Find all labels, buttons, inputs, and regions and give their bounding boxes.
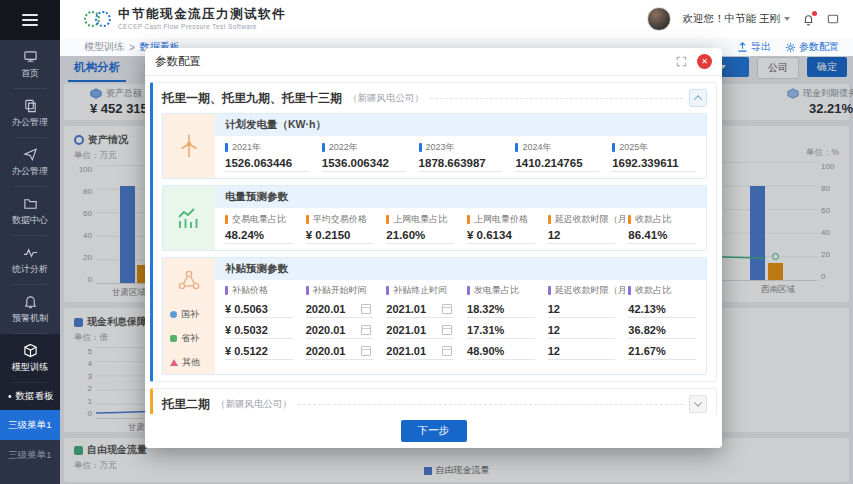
year-field: 2022年 1536.006342 xyxy=(322,141,406,172)
generation-ratio-field[interactable]: 18.32% xyxy=(467,299,535,318)
breadcrumb-separator: > xyxy=(129,42,135,53)
price-field[interactable]: ¥ 0.5032 xyxy=(225,320,293,339)
field-value[interactable]: 1536.006342 xyxy=(322,154,406,172)
sidebar-item-datacenter[interactable]: 数据中心 xyxy=(0,187,60,236)
subitem-label: 三级菜单1 xyxy=(8,449,51,462)
field-value[interactable]: 1410.214765 xyxy=(515,154,599,172)
field-value[interactable]: 12 xyxy=(548,226,616,244)
start-date-field[interactable]: 2020.01 xyxy=(306,299,374,318)
close-button[interactable]: ✕ xyxy=(697,54,712,69)
tick-icon xyxy=(467,215,470,224)
calendar-icon xyxy=(361,346,371,356)
field-label: 2025年 xyxy=(619,141,648,154)
delay-months-field[interactable]: 12 xyxy=(548,341,616,360)
notifications-button[interactable] xyxy=(802,13,815,26)
end-date-field[interactable]: 2021.01 xyxy=(386,299,454,318)
wind-turbine-icon xyxy=(176,133,202,159)
breadcrumb-parent[interactable]: 模型训练 xyxy=(84,40,124,54)
project-section-1: 托里一期、托里九期、托里十三期 （新疆风电公司） 计划发电量（KW·h） 202… xyxy=(150,82,717,382)
field-value[interactable]: 21.60% xyxy=(386,226,454,244)
field-label: 上网电量占比 xyxy=(393,213,447,226)
column-header: 收款占比 xyxy=(635,284,671,297)
price-field[interactable]: ¥ 0.5063 xyxy=(225,299,293,318)
tick-icon xyxy=(515,143,518,152)
tick-icon xyxy=(628,215,631,224)
project-section-2: 托里二期 （新疆风电公司） xyxy=(150,388,717,414)
section-company: （新疆风电公司） xyxy=(216,398,292,411)
price-field[interactable]: ¥ 0.5122 xyxy=(225,341,293,360)
sidebar-subitem-menu1-selected[interactable]: 三级菜单1 xyxy=(0,410,60,440)
field-value[interactable]: 1878.663987 xyxy=(419,154,503,172)
subsidy-row: ¥ 0.5063 2020.01 2021.01 18.32% 12 42.13… xyxy=(215,297,706,318)
avatar[interactable] xyxy=(647,7,671,31)
folder-icon xyxy=(23,196,38,211)
column-header: 补贴开始时间 xyxy=(313,284,367,297)
collapse-button[interactable] xyxy=(689,89,707,107)
end-date-field[interactable]: 2021.01 xyxy=(386,341,454,360)
generation-panel: 计划发电量（KW·h） 2021年 1526.063446 2022年 1536… xyxy=(162,113,707,179)
sidebar-item-office-2[interactable]: 办公管理 xyxy=(0,138,60,187)
export-label: 导出 xyxy=(751,40,771,54)
export-button[interactable]: 导出 xyxy=(737,40,771,54)
delay-months-field[interactable]: 12 xyxy=(548,320,616,339)
start-date-field[interactable]: 2020.01 xyxy=(306,320,374,339)
subsidy-forecast-title: 补贴预测参数 xyxy=(215,258,706,280)
tick-icon xyxy=(386,286,389,295)
tick-icon xyxy=(419,143,422,152)
start-date-field[interactable]: 2020.01 xyxy=(306,341,374,360)
sidebar-subitem-menu1[interactable]: 三级菜单1 xyxy=(0,440,60,470)
sidebar-item-warning[interactable]: 预警机制 xyxy=(0,285,60,334)
modal-footer: 下一步 xyxy=(145,414,722,448)
field-label: 延迟收款时限（月） xyxy=(555,213,636,226)
cube-icon xyxy=(23,343,38,358)
sidebar-item-home[interactable]: 首页 xyxy=(0,40,60,89)
user-menu[interactable]: 欢迎您！中节能 王刚 xyxy=(683,12,790,26)
delay-months-field[interactable]: 12 xyxy=(548,299,616,318)
sidebar-item-label: 模型训练 xyxy=(12,361,48,374)
alarm-icon xyxy=(23,294,38,309)
param-field: 延迟收款时限（月） 12 xyxy=(548,213,616,244)
field-value[interactable]: 1692.339611 xyxy=(612,154,696,172)
modal-body: 托里一期、托里九期、托里十三期 （新疆风电公司） 计划发电量（KW·h） 202… xyxy=(145,76,722,414)
tick-icon xyxy=(612,143,615,152)
tick-icon xyxy=(467,286,470,295)
collection-ratio-field[interactable]: 42.13% xyxy=(628,299,696,318)
param-field: 上网电量价格 ¥ 0.6134 xyxy=(467,213,535,244)
tick-icon xyxy=(306,286,309,295)
app-header: 中节能现金流压力测试软件 CECEP Cash Flow Pressure Te… xyxy=(60,0,853,39)
field-value[interactable]: ¥ 0.6134 xyxy=(467,226,535,244)
field-value[interactable]: ¥ 0.2150 xyxy=(306,226,374,244)
pulse-icon xyxy=(23,245,38,260)
generation-ratio-field[interactable]: 48.90% xyxy=(467,341,535,360)
sidebar-item-label: 数据中心 xyxy=(12,214,48,227)
app-title: 中节能现金流压力测试软件 xyxy=(118,8,286,22)
expand-section-button[interactable] xyxy=(689,395,707,413)
subsidy-row: ¥ 0.5032 2020.01 2021.01 17.31% 12 36.82… xyxy=(215,318,706,339)
end-date-field[interactable]: 2021.01 xyxy=(386,320,454,339)
fullscreen-button[interactable] xyxy=(676,56,687,67)
sidebar-item-label: 统计分析 xyxy=(12,263,48,276)
divider xyxy=(298,404,683,405)
chevron-down-icon xyxy=(784,17,790,21)
field-value[interactable]: 86.41% xyxy=(628,226,696,244)
tick-icon xyxy=(225,143,228,152)
next-step-button[interactable]: 下一步 xyxy=(401,420,467,442)
modal-title: 参数配置 xyxy=(155,54,201,69)
generation-ratio-field[interactable]: 17.31% xyxy=(467,320,535,339)
field-value[interactable]: 1526.063446 xyxy=(225,154,309,172)
collection-ratio-field[interactable]: 36.82% xyxy=(628,320,696,339)
param-config-button[interactable]: 参数配置 xyxy=(785,40,839,54)
app-subtitle: CECEP Cash Flow Pressure Test Software xyxy=(118,23,286,30)
sidebar-subitem-databoard[interactable]: • 数据看板 xyxy=(0,383,60,410)
sidebar-item-statistics[interactable]: 统计分析 xyxy=(0,236,60,285)
window-icon[interactable] xyxy=(827,13,839,25)
field-value[interactable]: 48.24% xyxy=(225,226,293,244)
sidebar-item-office-1[interactable]: 办公管理 xyxy=(0,89,60,138)
collection-ratio-field[interactable]: 21.67% xyxy=(628,341,696,360)
menu-toggle-button[interactable] xyxy=(0,0,60,40)
triangle-icon xyxy=(170,359,178,366)
column-header: 延迟收款时限（月） xyxy=(555,284,636,297)
calendar-icon xyxy=(442,304,452,314)
chevron-up-icon xyxy=(694,95,702,103)
sidebar-item-model-training[interactable]: 模型训练 xyxy=(0,334,60,383)
